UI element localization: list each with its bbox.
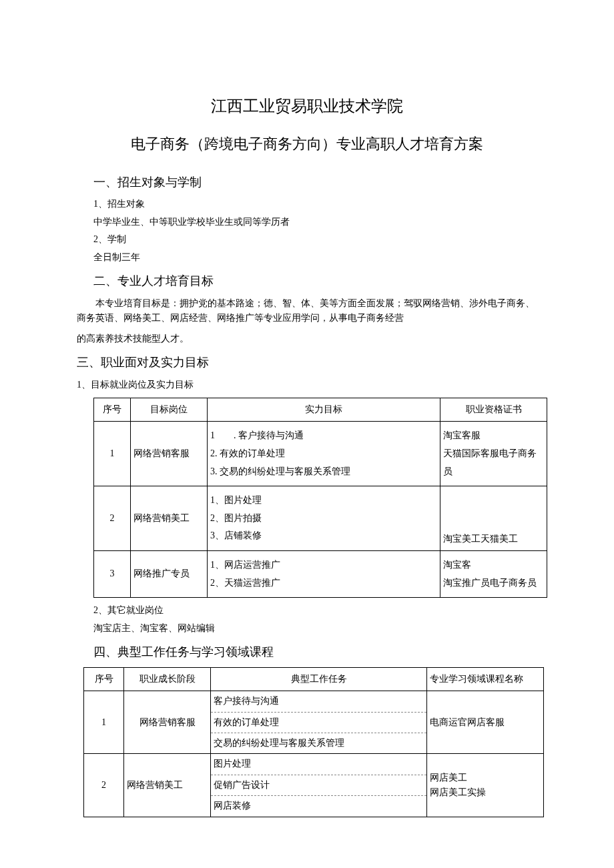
cell-course: 电商运官网店客服: [427, 691, 544, 754]
table-job-targets: 序号 目标岗位 实力目标 职业资格证书 1 网络营销客服 1 . 客户接待与沟通…: [93, 398, 547, 598]
cell-position: 网络营销客服: [131, 422, 208, 486]
cell-target: 1 . 客户接待与沟通 2. 有效的订单处理 3. 交易的纠纷处理与客服关系管理: [208, 422, 440, 486]
section-2-heading: 二、专业人才培育目标: [93, 272, 537, 291]
cell-cert: 淘宝客 淘宝推广员电子商务员: [440, 551, 547, 598]
task-item: 有效的订单处理: [211, 713, 426, 733]
section-1-item1-label: 1、招生对象: [93, 197, 537, 211]
th-course: 专业学习领域课程名称: [427, 667, 544, 691]
cell-stage: 网络营销客服: [124, 691, 211, 754]
th-seq: 序号: [94, 398, 131, 422]
section-1-heading: 一、招生对象与学制: [93, 173, 537, 192]
table-header-row: 序号 目标岗位 实力目标 职业资格证书: [94, 398, 547, 422]
title-main: 江西工业贸易职业技术学院: [77, 93, 537, 119]
cell-target: 1、网店运营推广 2、天猫运营推广: [208, 551, 440, 598]
table-header-row: 序号 职业成长阶段 典型工作任务 专业学习领域课程名称: [84, 667, 544, 691]
th-position: 目标岗位: [131, 398, 208, 422]
th-seq: 序号: [84, 667, 124, 691]
section-1-item1-text: 中学毕业生、中等职业学校毕业生或同等学历者: [93, 215, 537, 230]
table-row: 1 网络营销客服 客户接待与沟通 有效的订单处理 交易的纠纷处理与客服关系管理 …: [84, 691, 544, 754]
title-sub: 电子商务（跨境电子商务方向）专业高职人才培育方案: [77, 132, 537, 155]
cell-stage: 网络营销美工: [124, 754, 211, 817]
cell-position: 网络推广专员: [131, 551, 208, 598]
task-item: 网店装修: [211, 796, 426, 816]
th-task: 典型工作任务: [211, 667, 427, 691]
section-3-heading: 三、职业面对及实力目标: [77, 353, 537, 372]
section-1-item2-text: 全日制三年: [93, 250, 537, 265]
cell-cert: 淘宝美工天猫美工: [440, 486, 547, 551]
section-2-paragraph-1: 本专业培育目标是：拥护党的基本路途；德、智、体、美等方面全面发展；驾驭网络营销、…: [77, 296, 537, 326]
task-item: 图片处理: [211, 754, 426, 775]
section-3-item1-label: 1、目标就业岗位及实力目标: [77, 378, 537, 392]
table-row: 3 网络推广专员 1、网店运营推广 2、天猫运营推广 淘宝客 淘宝推广员电子商务…: [94, 551, 547, 598]
cell-seq: 1: [94, 422, 131, 486]
table-work-tasks: 序号 职业成长阶段 典型工作任务 专业学习领域课程名称 1 网络营销客服 客户接…: [83, 667, 544, 817]
section-3-item2-label: 2、其它就业岗位: [93, 603, 537, 618]
cell-seq: 2: [94, 486, 131, 551]
cell-course: 网店美工 网店美工实操: [427, 754, 544, 817]
th-target: 实力目标: [208, 398, 440, 422]
task-item: 交易的纠纷处理与客服关系管理: [211, 733, 426, 753]
cell-seq: 1: [84, 691, 124, 754]
task-item: 促销广告设计: [211, 775, 426, 796]
th-cert: 职业资格证书: [440, 398, 547, 422]
table-row: 2 网络营销美工 1、图片处理 2、图片拍摄 3、店铺装修 淘宝美工天猫美工: [94, 486, 547, 551]
cell-tasks: 图片处理 促销广告设计 网店装修: [211, 754, 427, 817]
cell-seq: 2: [84, 754, 124, 817]
task-item: 客户接待与沟通: [211, 691, 426, 712]
document-page: 江西工业贸易职业技术学院 电子商务（跨境电子商务方向）专业高职人才培育方案 一、…: [0, 0, 614, 863]
table-row: 2 网络营销美工 图片处理 促销广告设计 网店装修 网店美工 网店美工实操: [84, 754, 544, 817]
cell-target: 1、图片处理 2、图片拍摄 3、店铺装修: [208, 486, 440, 551]
section-1-item2-label: 2、学制: [93, 232, 537, 247]
cell-tasks: 客户接待与沟通 有效的订单处理 交易的纠纷处理与客服关系管理: [211, 691, 427, 754]
table-row: 1 网络营销客服 1 . 客户接待与沟通 2. 有效的订单处理 3. 交易的纠纷…: [94, 422, 547, 486]
th-stage: 职业成长阶段: [124, 667, 211, 691]
section-2-paragraph-2: 的高素养技术技能型人才。: [77, 332, 537, 346]
cell-seq: 3: [94, 551, 131, 598]
cell-position: 网络营销美工: [131, 486, 208, 551]
section-4-heading: 四、典型工作任务与学习领域课程: [93, 642, 537, 662]
cell-cert: 淘宝客服 天猫国际客服电子商务员: [440, 422, 547, 486]
section-3-item2-text: 淘宝店主、淘宝客、网站编辑: [93, 621, 537, 636]
